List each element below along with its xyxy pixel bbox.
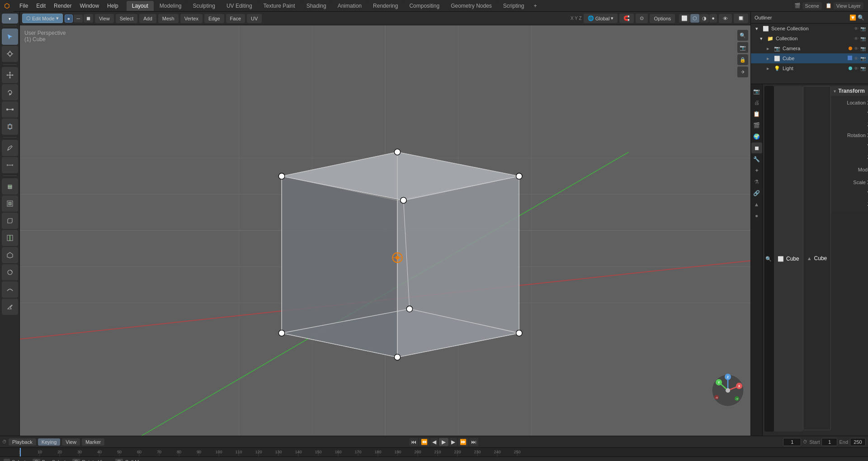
face-menu-btn[interactable]: Face bbox=[226, 14, 245, 23]
gizmos-dropdown-btn[interactable]: 🔲 bbox=[734, 14, 748, 23]
tab-geometry-nodes[interactable]: Geometry Nodes bbox=[445, 1, 497, 11]
tab-compositing[interactable]: Compositing bbox=[404, 1, 445, 11]
wireframe-mode-btn[interactable]: ⬜ bbox=[679, 14, 690, 23]
tab-sculpting[interactable]: Sculpting bbox=[188, 1, 221, 11]
view-menu-btn[interactable]: View bbox=[95, 14, 114, 23]
menu-file[interactable]: File bbox=[16, 1, 32, 10]
extrude-tool-btn[interactable] bbox=[2, 178, 18, 195]
scene-collection-render[interactable]: 📷 bbox=[860, 26, 866, 31]
tab-shading[interactable]: Shading bbox=[301, 1, 332, 11]
scene-collection-eye[interactable]: 👁 bbox=[854, 26, 859, 31]
material-props-tab[interactable]: ● bbox=[751, 210, 762, 221]
tab-scripting[interactable]: Scripting bbox=[498, 1, 530, 11]
end-frame-input[interactable]: 250 bbox=[850, 438, 866, 446]
fly-mode-btn[interactable]: ✈ bbox=[737, 67, 748, 77]
tab-layout[interactable]: Layout bbox=[127, 1, 154, 11]
lock-view-btn[interactable]: 🔒 bbox=[737, 54, 748, 65]
snap-toggle-btn[interactable]: 🧲 bbox=[619, 14, 634, 23]
scale-tool-btn[interactable] bbox=[2, 101, 18, 118]
material-mode-btn[interactable]: ◑ bbox=[700, 14, 709, 23]
mode-selector-btn[interactable]: ▾ bbox=[2, 14, 18, 24]
transform-section-header[interactable]: ▾ Transform bbox=[831, 86, 868, 96]
spin-tool-btn[interactable] bbox=[2, 264, 18, 280]
overlays-dropdown-btn[interactable]: 👁 bbox=[719, 14, 732, 23]
outliner-search-icon[interactable]: 🔍 bbox=[858, 14, 864, 21]
next-keyframe-btn[interactable]: ▶ bbox=[449, 438, 457, 446]
outliner-item-scene-collection[interactable]: ▾ ⬜ Scene Collection 👁 📷 bbox=[751, 24, 868, 33]
viewlayer-props-tab[interactable]: 📋 bbox=[751, 109, 762, 119]
bevel-tool-btn[interactable] bbox=[2, 213, 18, 229]
world-props-tab[interactable]: 🌍 bbox=[751, 131, 762, 142]
scene-props-tab[interactable]: 🎬 bbox=[751, 120, 762, 131]
outliner-item-camera[interactable]: ▸ 📷 Camera 👁 📷 bbox=[751, 43, 868, 53]
mesh-menu-btn[interactable]: Mesh bbox=[158, 14, 179, 23]
inset-tool-btn[interactable] bbox=[2, 195, 18, 212]
menu-render[interactable]: Render bbox=[50, 1, 75, 10]
render-props-tab[interactable]: 📷 bbox=[751, 86, 762, 97]
current-frame-input[interactable]: 1 bbox=[783, 438, 801, 446]
menu-edit[interactable]: Edit bbox=[33, 1, 49, 10]
move-tool-btn[interactable] bbox=[2, 67, 18, 83]
select-menu-btn[interactable]: Select bbox=[116, 14, 138, 23]
timeline-ruler[interactable]: 1 10 20 30 40 50 60 70 80 90 100 110 120 bbox=[0, 447, 868, 456]
options-dropdown-btn[interactable]: Options bbox=[650, 14, 675, 23]
toggle-edge-btn[interactable]: ─ bbox=[74, 14, 83, 23]
object-props-tab[interactable]: ◼ bbox=[751, 143, 762, 153]
solid-mode-btn[interactable]: ⬡ bbox=[690, 14, 699, 23]
vertex-menu-btn[interactable]: Vertex bbox=[180, 14, 203, 23]
tab-rendering[interactable]: Rendering bbox=[368, 1, 403, 11]
tab-texture-paint[interactable]: Texture Paint bbox=[258, 1, 301, 11]
edge-menu-btn[interactable]: Edge bbox=[204, 14, 224, 23]
play-btn[interactable]: ▶ bbox=[439, 438, 448, 446]
jump-end-btn[interactable]: ⏭ bbox=[469, 438, 478, 446]
jump-start-btn[interactable]: ⏮ bbox=[409, 438, 418, 446]
zoom-to-fit-btn[interactable]: 🔍 bbox=[737, 30, 748, 41]
rotate-tool-btn[interactable] bbox=[2, 84, 18, 100]
viewport[interactable]: ⬡ Edit Mode ▾ ● ─ ◼ View Select Add Mesh… bbox=[20, 12, 750, 436]
keying-menu-btn[interactable]: Keying bbox=[38, 438, 61, 446]
marker-menu-btn[interactable]: Marker bbox=[82, 438, 104, 446]
constraints-props-tab[interactable]: 🔗 bbox=[751, 188, 762, 199]
output-props-tab[interactable]: 🖨 bbox=[751, 97, 762, 108]
outliner-item-cube[interactable]: ▸ ⬜ Cube 👁 📷 bbox=[751, 53, 868, 63]
toggle-vertex-btn[interactable]: ● bbox=[65, 14, 73, 23]
transform-space-dropdown[interactable]: 🌐 Global ▾ bbox=[584, 14, 618, 23]
playback-menu-btn[interactable]: Playback bbox=[9, 438, 36, 446]
modifier-props-tab[interactable]: 🔧 bbox=[751, 154, 762, 165]
outliner-filter-icon[interactable]: 🔽 bbox=[849, 14, 856, 21]
cursor-tool-btn[interactable] bbox=[2, 46, 18, 62]
uv-menu-btn[interactable]: UV bbox=[247, 14, 262, 23]
loopcut-tool-btn[interactable] bbox=[2, 230, 18, 246]
knife-tool-btn[interactable] bbox=[2, 299, 18, 315]
scene-selector[interactable]: Scene bbox=[802, 2, 822, 10]
start-frame-input[interactable]: 1 bbox=[821, 438, 837, 446]
transform-tool-btn[interactable] bbox=[2, 119, 18, 135]
outliner-item-collection[interactable]: ▾ 📁 Collection 👁 📷 bbox=[751, 33, 868, 43]
menu-window[interactable]: Window bbox=[76, 1, 103, 10]
add-menu-btn[interactable]: Add bbox=[139, 14, 156, 23]
render-mode-btn[interactable]: ● bbox=[709, 14, 717, 23]
particles-props-tab[interactable]: ✦ bbox=[751, 165, 762, 176]
edit-mode-dropdown[interactable]: ⬡ Edit Mode ▾ bbox=[22, 14, 63, 23]
camera-view-btn[interactable]: 📷 bbox=[737, 42, 748, 53]
tab-animation[interactable]: Animation bbox=[332, 1, 367, 11]
add-workspace-button[interactable]: + bbox=[530, 1, 541, 11]
next-frame-btn[interactable]: ⏩ bbox=[458, 438, 468, 446]
navigation-gizmo[interactable]: X Y Z -X -Y bbox=[710, 372, 746, 409]
object-name-value[interactable]: Cube bbox=[786, 256, 799, 262]
annotate-tool-btn[interactable] bbox=[2, 140, 18, 156]
tab-uv-editing[interactable]: UV Editing bbox=[221, 1, 258, 11]
prev-frame-btn[interactable]: ⏪ bbox=[419, 438, 429, 446]
smooth-tool-btn[interactable] bbox=[2, 281, 18, 298]
tab-modeling[interactable]: Modeling bbox=[154, 1, 187, 11]
menu-help[interactable]: Help bbox=[104, 1, 122, 10]
mesh-name-value[interactable]: Cube bbox=[814, 255, 827, 261]
prev-keyframe-btn[interactable]: ◀ bbox=[430, 438, 438, 446]
proportional-edit-btn[interactable]: ⊙ bbox=[636, 14, 648, 23]
polybuild-tool-btn[interactable] bbox=[2, 247, 18, 263]
physics-props-tab[interactable]: ⚗ bbox=[751, 176, 762, 187]
outliner-item-light[interactable]: ▸ 💡 Light 👁 📷 bbox=[751, 63, 868, 73]
data-props-tab[interactable]: ▲ bbox=[751, 199, 762, 210]
timeline-view-menu-btn[interactable]: View bbox=[62, 438, 80, 446]
view-layer-selector[interactable]: View Layer bbox=[834, 2, 863, 10]
